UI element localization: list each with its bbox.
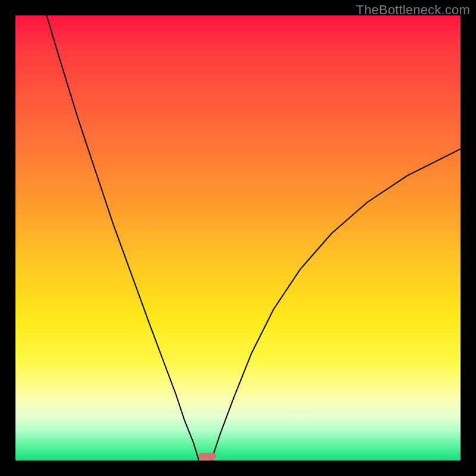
chart-frame: TheBottleneck.com — [0, 0, 476, 476]
chart-plot-area — [15, 15, 461, 461]
curve-svg — [15, 15, 461, 461]
bottleneck-curve-left — [46, 15, 199, 461]
watermark-text: TheBottleneck.com — [356, 2, 470, 18]
bottleneck-curve-right — [211, 149, 461, 461]
optimal-marker — [199, 453, 215, 460]
